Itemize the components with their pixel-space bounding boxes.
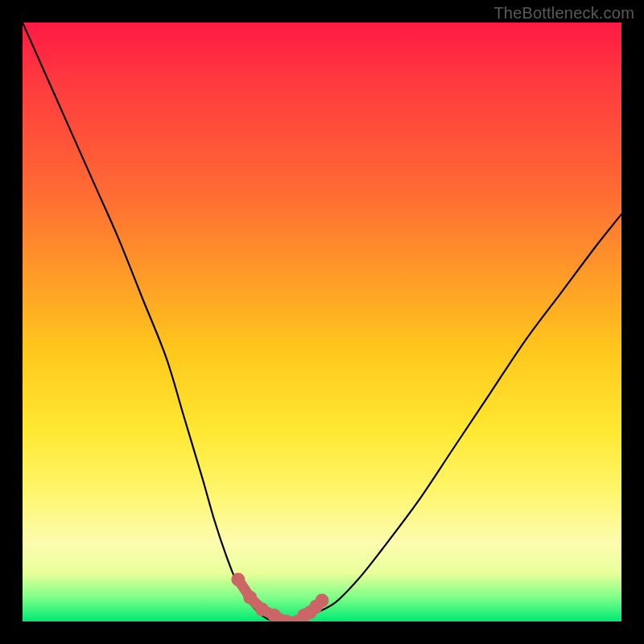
- svg-point-9: [316, 593, 329, 607]
- chart-frame: TheBottleneck.com: [0, 0, 644, 644]
- svg-point-1: [243, 591, 257, 605]
- svg-point-0: [231, 572, 245, 586]
- watermark-text: TheBottleneck.com: [493, 4, 634, 23]
- plot-area: [23, 23, 621, 621]
- svg-point-2: [255, 603, 269, 617]
- bottleneck-markers: [23, 23, 621, 621]
